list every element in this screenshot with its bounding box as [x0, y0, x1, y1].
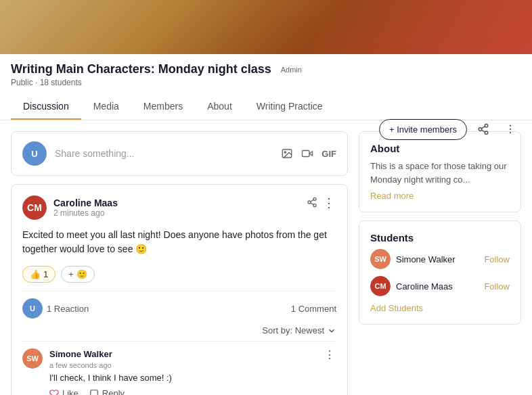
tab-members[interactable]: Members — [131, 94, 195, 120]
add-reaction-button[interactable]: + 🙂 — [61, 266, 95, 283]
students-card: Students SW Simone Walker Follow CM — [359, 220, 521, 325]
author-name: Caroline Maas — [53, 198, 118, 208]
photo-icon[interactable] — [281, 147, 293, 160]
comment-header: Simone Walker a few seconds ago ⋮ — [49, 348, 336, 370]
thumbs-up-reaction[interactable]: 👍 1 — [22, 266, 56, 283]
group-title: Writing Main Characters: Monday night cl… — [11, 62, 271, 76]
comment-body: Simone Walker a few seconds ago ⋮ I'll c… — [49, 348, 336, 395]
reactions-row: 👍 1 + 🙂 — [22, 266, 336, 283]
student-item-1: CM Caroline Maas Follow — [370, 276, 510, 296]
post-footer: U 1 Reaction 1 Comment — [22, 291, 336, 319]
student-left-1: CM Caroline Maas — [370, 276, 453, 296]
sidebar-column: About This is a space for those taking o… — [359, 131, 521, 333]
feed-column: U Share something... — [11, 131, 348, 395]
comment-count-label[interactable]: 1 Comment — [291, 304, 336, 314]
student-name-1: Caroline Maas — [396, 281, 453, 292]
post-time: 2 minutes ago — [53, 208, 118, 218]
read-more-link[interactable]: Read more — [370, 191, 414, 201]
students-title: Students — [370, 232, 510, 243]
more-options-icon[interactable] — [500, 118, 521, 140]
plus-icon: + — [68, 269, 74, 279]
about-text: This is a space for those taking our Mon… — [370, 160, 510, 186]
student-avatar-1: CM — [370, 276, 391, 296]
comment-text: I'll check, I think I have some! :) — [49, 373, 336, 383]
post-more-icon[interactable]: ⋮ — [323, 195, 336, 210]
tab-writing-practice[interactable]: Writing Practice — [244, 94, 335, 120]
tab-discussion[interactable]: Discussion — [11, 94, 81, 120]
admin-badge: Admin — [281, 66, 302, 74]
svg-line-15 — [311, 203, 314, 205]
svg-point-13 — [308, 201, 311, 204]
svg-point-6 — [510, 129, 511, 130]
comment-more-icon[interactable]: ⋮ — [324, 348, 336, 361]
tab-media[interactable]: Media — [81, 94, 131, 120]
student-avatar-0: SW — [370, 249, 391, 269]
post-menu-actions: ⋮ — [307, 195, 336, 210]
tab-about[interactable]: About — [195, 94, 244, 120]
gif-label[interactable]: GIF — [322, 149, 336, 159]
thumbs-up-emoji: 👍 — [30, 269, 41, 279]
like-button[interactable]: Like — [49, 388, 79, 395]
post-card: CM Caroline Maas 2 minutes ago — [11, 184, 348, 395]
about-title: About — [370, 143, 510, 154]
svg-point-5 — [510, 125, 511, 126]
group-meta: Public · 18 students — [11, 78, 521, 87]
about-card: About This is a space for those taking o… — [359, 131, 521, 212]
comment-author-avatar: SW — [22, 348, 43, 369]
comment-author-name: Simone Walker — [49, 349, 112, 359]
svg-line-16 — [311, 200, 314, 202]
share-actions: GIF — [281, 147, 336, 160]
comment-time: a few seconds ago — [49, 361, 112, 369]
follow-button-0[interactable]: Follow — [484, 254, 510, 264]
video-icon[interactable] — [301, 147, 313, 160]
add-students-link[interactable]: Add Students — [370, 303, 510, 313]
sort-row[interactable]: Sort by: Newest — [22, 319, 336, 341]
svg-point-9 — [285, 152, 286, 153]
author-info: Caroline Maas 2 minutes ago — [53, 198, 118, 218]
user-avatar: U — [22, 141, 47, 166]
svg-point-12 — [313, 198, 316, 200]
share-box: U Share something... — [11, 131, 348, 176]
hero-image — [0, 0, 532, 54]
post-header: CM Caroline Maas 2 minutes ago — [22, 195, 336, 220]
reaction-count-label: 1 Reaction — [47, 304, 89, 314]
share-placeholder[interactable]: Share something... — [55, 148, 135, 159]
smiley-icon: 🙂 — [76, 269, 87, 279]
reply-label: Reply — [102, 388, 125, 395]
reactor-avatar: U — [22, 298, 43, 319]
like-label: Like — [62, 388, 79, 395]
comment-actions: Like Reply — [49, 388, 336, 395]
post-author: CM Caroline Maas 2 minutes ago — [22, 195, 118, 220]
page-header: Writing Main Characters: Monday night cl… — [0, 54, 532, 120]
reaction-count: U 1 Reaction — [22, 298, 89, 319]
share-icon[interactable] — [472, 118, 494, 140]
post-author-avatar: CM — [22, 195, 47, 220]
post-content: Excited to meet you all last night! Does… — [22, 228, 336, 256]
svg-point-7 — [510, 132, 511, 133]
comment-item: SW Simone Walker a few seconds ago ⋮ — [22, 348, 336, 395]
svg-point-14 — [313, 204, 316, 206]
svg-line-3 — [481, 130, 485, 132]
svg-rect-10 — [303, 151, 310, 157]
share-left: U Share something... — [22, 141, 135, 166]
main-layout: U Share something... — [0, 120, 532, 395]
tabs-nav: Discussion Media Members About Writing P… — [11, 94, 521, 120]
svg-line-4 — [481, 126, 485, 129]
follow-button-1[interactable]: Follow — [484, 281, 510, 292]
student-name-0: Simone Walker — [396, 254, 456, 264]
post-share-icon[interactable] — [307, 197, 317, 210]
header-actions: + Invite members — [379, 118, 521, 140]
sort-label[interactable]: Sort by: Newest — [262, 325, 324, 335]
comment-section: SW Simone Walker a few seconds ago ⋮ — [22, 341, 336, 395]
student-left-0: SW Simone Walker — [370, 249, 456, 269]
invite-members-button[interactable]: + Invite members — [379, 119, 467, 140]
thumbs-up-count: 1 — [43, 269, 48, 279]
reply-button[interactable]: Reply — [89, 388, 125, 395]
student-item-0: SW Simone Walker Follow — [370, 249, 510, 269]
